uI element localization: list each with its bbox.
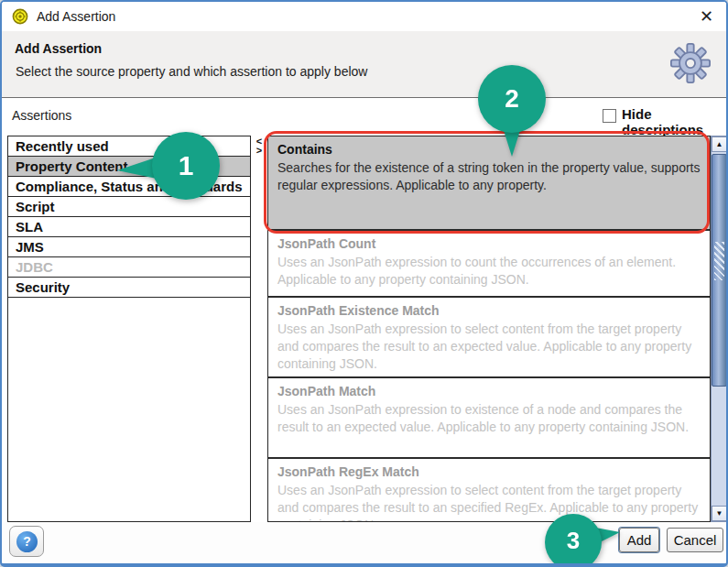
scroll-up-icon[interactable]: ▲: [712, 136, 727, 152]
add-assertion-dialog: Add Assertion ✕ Add Assertion Select the…: [0, 0, 728, 567]
pane-splitter[interactable]: < >: [254, 136, 265, 155]
assertion-jsonpath-existence-match[interactable]: JsonPath Existence Match Uses an JsonPat…: [268, 298, 710, 378]
gear-icon[interactable]: [670, 43, 711, 83]
header-title: Add Assertion: [15, 41, 102, 56]
assertion-title: Contains: [277, 142, 701, 157]
dialog-header: Add Assertion Select the source property…: [2, 31, 726, 98]
window-title: Add Assertion: [37, 2, 115, 31]
assertions-label: Assertions: [12, 108, 71, 123]
assertion-title: JsonPath Match: [277, 384, 701, 398]
assertion-description: Uses an JsonPath expression to existence…: [277, 401, 701, 436]
assertion-app-icon: [12, 8, 28, 25]
assertion-title: JsonPath Count: [277, 236, 701, 251]
cancel-button[interactable]: Cancel: [667, 528, 723, 552]
assertion-title: JsonPath RegEx Match: [277, 464, 701, 479]
assertion-title: JsonPath Existence Match: [277, 303, 701, 318]
assertion-description: Searches for the existence of a string t…: [277, 159, 701, 194]
scrollbar-grip: [714, 242, 724, 280]
step2-badge: 2: [478, 65, 546, 133]
category-script[interactable]: Script: [8, 197, 250, 217]
close-icon[interactable]: ✕: [700, 5, 713, 28]
assertion-description: Uses an JsonPath expression to select co…: [277, 482, 701, 522]
assertion-description: Uses an JsonPath expression to select co…: [277, 321, 701, 373]
title-bar: Add Assertion ✕: [2, 2, 726, 31]
category-jdbc[interactable]: JDBC: [8, 257, 250, 278]
assertion-jsonpath-regex-match[interactable]: JsonPath RegEx Match Uses an JsonPath ex…: [268, 459, 710, 522]
assertion-jsonpath-match[interactable]: JsonPath Match Uses an JsonPath expressi…: [268, 378, 710, 459]
help-button[interactable]: ?: [9, 526, 44, 557]
header-subtitle: Select the source property and which ass…: [16, 64, 367, 79]
category-sla[interactable]: SLA: [8, 217, 250, 237]
splitter-expand-icon[interactable]: >: [254, 146, 265, 155]
category-security[interactable]: Security: [8, 278, 250, 298]
add-button[interactable]: Add: [619, 528, 659, 552]
assertion-jsonpath-count[interactable]: JsonPath Count Uses an JsonPath expressi…: [268, 231, 710, 298]
step3-badge: 3: [545, 514, 602, 567]
assertion-contains[interactable]: Contains Searches for the existence of a…: [268, 136, 710, 231]
hide-descriptions-label: Hide descriptions: [622, 106, 726, 137]
hide-descriptions-checkbox[interactable]: [603, 109, 616, 123]
scrollbar-thumb[interactable]: [712, 154, 727, 387]
assertion-types-list: Contains Searches for the existence of a…: [267, 136, 711, 522]
help-icon: ?: [16, 531, 38, 552]
step1-badge: 1: [152, 132, 220, 200]
category-jms[interactable]: JMS: [8, 237, 250, 257]
vertical-scrollbar[interactable]: ▲ ▼: [711, 136, 728, 522]
assertion-description: Uses an JsonPath expression to count the…: [277, 254, 701, 289]
scroll-down-icon[interactable]: ▼: [712, 506, 727, 521]
